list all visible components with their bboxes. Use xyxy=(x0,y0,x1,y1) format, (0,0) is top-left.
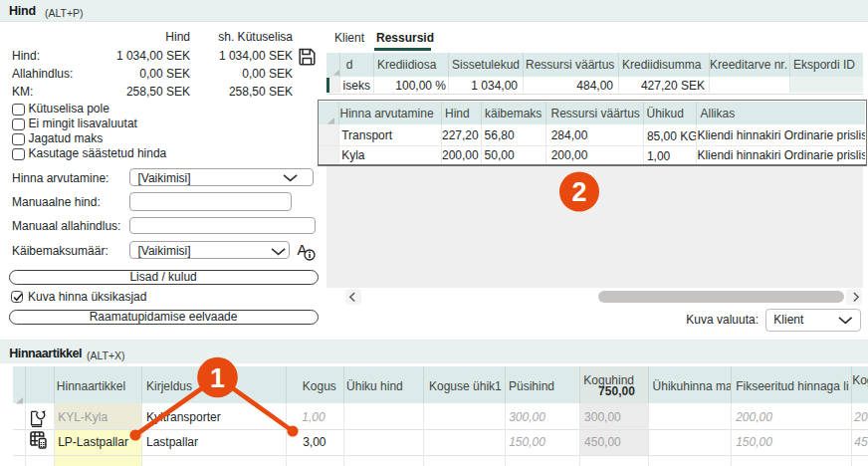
svg-text:2: 2 xyxy=(571,177,586,207)
svg-text:1: 1 xyxy=(210,363,225,393)
